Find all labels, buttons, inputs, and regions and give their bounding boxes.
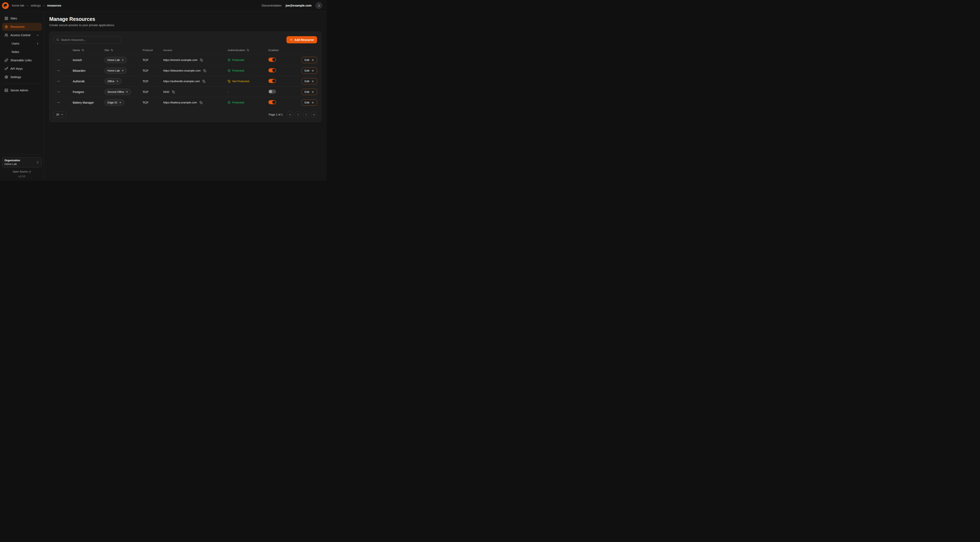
site-link-button[interactable]: Home Lab xyxy=(104,67,127,74)
pangolin-logo-icon[interactable] xyxy=(2,2,9,9)
edit-button[interactable]: Edit xyxy=(302,99,317,106)
edit-label: Edit xyxy=(305,59,309,62)
user-avatar[interactable]: J xyxy=(316,2,322,9)
sidebar-item-server-admin[interactable]: Server Admin xyxy=(2,86,42,94)
site-link-button[interactable]: Home Lab xyxy=(104,57,127,63)
enabled-toggle[interactable] xyxy=(269,89,276,94)
table-header-row: Name Site Protocol Access Authenticati xyxy=(54,46,317,54)
enabled-toggle[interactable] xyxy=(269,57,276,62)
auth-label: Protected xyxy=(232,69,244,72)
organization-selector[interactable]: Organization Home Lab xyxy=(2,157,42,167)
content-area: Sites Resources Access Control U xyxy=(0,11,327,181)
page-size-value: 20 xyxy=(56,113,59,116)
chevron-right-icon xyxy=(305,113,307,116)
copy-button[interactable] xyxy=(203,69,207,73)
auth-label: Protected xyxy=(232,101,244,104)
resources-card: Add Resource Name Site Protocol xyxy=(49,32,321,122)
access-url: https://authentik.example.com xyxy=(163,80,200,83)
row-actions-button[interactable] xyxy=(56,68,61,73)
sidebar-item-label: Access Control xyxy=(10,33,30,37)
app-root: home-lab settings resources Documentatio… xyxy=(0,0,327,181)
table-row: Authentik Office TCP https://authentik.e… xyxy=(54,76,317,86)
ellipsis-icon xyxy=(57,80,60,83)
breadcrumb-item-org[interactable]: home-lab xyxy=(12,4,24,7)
column-header-enabled: Enabled xyxy=(269,49,297,52)
resource-name: Immich xyxy=(73,59,104,62)
sidebar-item-sites[interactable]: Sites xyxy=(2,14,42,22)
row-actions-cell xyxy=(54,100,73,105)
last-page-button[interactable] xyxy=(311,112,317,118)
open-source-link[interactable]: Open Source xyxy=(2,170,42,173)
avatar-initial: J xyxy=(318,4,320,7)
copy-button[interactable] xyxy=(202,80,206,83)
copy-icon xyxy=(200,59,203,62)
enabled-toggle[interactable] xyxy=(269,100,276,104)
enabled-toggle[interactable] xyxy=(269,79,276,83)
row-actions-button[interactable] xyxy=(56,57,61,62)
arrow-right-icon xyxy=(311,91,314,93)
copy-button[interactable] xyxy=(199,101,203,104)
sidebar-item-roles[interactable]: Roles xyxy=(2,48,42,56)
sidebar-item-api-keys[interactable]: API Keys xyxy=(2,65,42,73)
next-page-button[interactable] xyxy=(303,112,309,118)
enabled-cell xyxy=(269,100,297,105)
site-link-button[interactable]: Second Office xyxy=(104,89,131,95)
chevron-down-icon xyxy=(36,34,39,37)
column-header-name[interactable]: Name xyxy=(73,49,104,52)
first-page-button[interactable] xyxy=(287,112,293,118)
sidebar-item-label: Roles xyxy=(12,50,19,54)
edit-button[interactable]: Edit xyxy=(302,89,317,95)
sidebar-item-resources[interactable]: Resources xyxy=(2,23,42,31)
column-header-access: Access xyxy=(163,49,228,52)
page-size-select[interactable]: 20 xyxy=(54,112,66,118)
sidebar-item-access-control[interactable]: Access Control xyxy=(2,31,42,39)
prev-page-button[interactable] xyxy=(295,112,301,118)
edit-button[interactable]: Edit xyxy=(302,57,317,63)
search-input[interactable] xyxy=(61,38,119,41)
site-cell: Home Lab xyxy=(104,57,143,63)
enabled-toggle[interactable] xyxy=(269,68,276,72)
edit-button[interactable]: Edit xyxy=(302,67,317,74)
access-url: 5432 xyxy=(163,90,169,93)
toggle-knob xyxy=(269,90,272,93)
toggle-knob xyxy=(272,58,275,61)
access-cell: https://authentik.example.com xyxy=(163,80,228,83)
site-link-button[interactable]: Office xyxy=(104,78,122,84)
copy-button[interactable] xyxy=(200,58,203,62)
plus-icon xyxy=(290,38,293,41)
row-actions-button[interactable] xyxy=(56,89,61,94)
version-label: v1.3.0 xyxy=(2,175,42,178)
access-cell: https://battery.example.com xyxy=(163,101,228,104)
auth-label: - xyxy=(228,90,229,93)
resource-name: Authentik xyxy=(73,80,104,83)
row-actions-button[interactable] xyxy=(56,79,61,84)
column-header-authentication[interactable]: Authentication xyxy=(228,49,269,52)
site-cell: Office xyxy=(104,78,143,84)
enabled-cell xyxy=(269,57,297,62)
access-url: https://immich.example.com xyxy=(163,59,197,62)
site-cell: Second Office xyxy=(104,89,143,95)
column-label: Enabled xyxy=(269,49,278,52)
sidebar-item-settings[interactable]: Settings xyxy=(2,73,42,81)
auth-label: Protected xyxy=(232,59,244,62)
organization-label: Organization xyxy=(5,159,20,162)
auth-status: Protected xyxy=(228,59,269,62)
documentation-link[interactable]: Documentation xyxy=(262,4,282,7)
site-link-button[interactable]: Edge 01 xyxy=(104,99,124,106)
sidebar-item-label: Sites xyxy=(10,17,17,20)
column-label: Access xyxy=(163,49,172,52)
sidebar-item-users[interactable]: Users xyxy=(2,40,42,48)
sites-grid-icon xyxy=(5,16,8,20)
edit-button[interactable]: Edit xyxy=(302,78,317,84)
row-actions-cell xyxy=(54,68,73,73)
toggle-knob xyxy=(272,79,275,83)
search-box xyxy=(54,36,121,43)
row-actions-button[interactable] xyxy=(56,100,61,105)
chevron-left-icon xyxy=(297,113,299,116)
sidebar-item-shareable-links[interactable]: Shareable Links xyxy=(2,56,42,64)
copy-icon xyxy=(200,101,202,104)
add-resource-button[interactable]: Add Resource xyxy=(286,36,317,43)
breadcrumb-item-settings[interactable]: settings xyxy=(30,4,41,7)
copy-button[interactable] xyxy=(172,90,175,94)
column-header-site[interactable]: Site xyxy=(104,49,143,52)
